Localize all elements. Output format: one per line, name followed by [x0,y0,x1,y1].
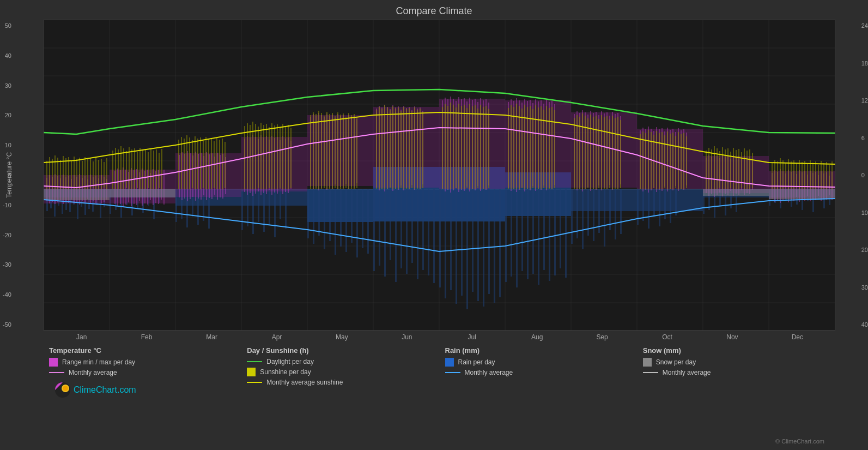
svg-rect-116 [505,189,507,282]
svg-rect-437 [139,148,141,189]
svg-rect-136 [615,189,616,239]
legend-sunshine-per-day: Sunshine per day [247,368,434,376]
svg-rect-598 [727,148,729,189]
svg-rect-468 [255,124,256,189]
svg-rect-590 [706,151,707,189]
svg-rect-73 [252,189,254,234]
svg-rect-554 [574,118,575,189]
legend-sunshine: Day / Sunshine (h) Daylight per day Suns… [241,346,439,388]
svg-rect-142 [659,189,660,226]
svg-rect-534 [485,106,487,189]
svg-rect-86 [340,189,342,247]
svg-rect-608 [772,163,773,189]
svg-rect-578 [656,131,657,189]
svg-rect-564 [601,115,602,189]
svg-rect-535 [488,109,489,188]
svg-rect-565 [604,117,605,189]
y-left-n30: -30 [3,261,11,268]
svg-rect-487 [324,116,325,188]
chart-area: 50 40 30 20 10 0 -10 -20 -30 -40 -50 Tem… [44,20,835,331]
logo-icon-bottom [54,382,71,398]
svg-rect-77 [274,189,276,237]
x-label-sep: Sep [569,333,634,341]
svg-rect-592 [711,149,712,189]
svg-rect-612 [782,160,784,189]
svg-rect-516 [420,109,421,189]
svg-rect-406 [52,159,53,189]
svg-rect-478 [282,124,283,189]
x-label-jan: Jan [49,333,114,341]
svg-rect-527 [466,108,468,188]
svg-rect-419 [87,159,88,189]
x-label-dec: Dec [765,333,830,341]
x-label-may: May [309,333,374,341]
svg-rect-641 [445,358,454,367]
svg-rect-607 [752,153,753,188]
svg-rect-618 [799,160,800,189]
svg-rect-87 [345,189,347,252]
svg-rect-525 [461,106,462,189]
svg-rect-482 [310,115,311,189]
svg-rect-465 [247,123,248,189]
svg-rect-476 [277,124,278,189]
svg-rect-91 [367,189,369,254]
svg-rect-574 [645,133,646,189]
y-left-30: 30 [5,82,11,89]
svg-rect-72 [247,189,248,226]
legend-rain: Rain (mm) Rain per day Monthly average [440,346,638,388]
x-label-nov: Nov [700,333,764,341]
svg-rect-445 [161,149,162,189]
svg-rect-625 [818,165,819,188]
legend-snow: Snow (mm) Snow per day Monthly average [638,346,835,388]
svg-rect-446 [178,140,179,189]
svg-rect-439 [145,149,146,189]
svg-rect-562 [596,116,597,189]
svg-rect-498 [354,114,355,189]
svg-rect-514 [414,107,415,189]
rain-swatch [445,358,454,367]
svg-rect-630 [831,161,833,189]
svg-point-5 [63,386,68,391]
svg-rect-81 [313,189,314,244]
svg-rect-132 [593,189,594,241]
svg-rect-585 [675,136,676,188]
svg-rect-593 [714,146,715,189]
x-label-aug: Aug [505,333,569,341]
svg-rect-541 [521,109,523,188]
chart-svg [44,20,835,331]
svg-rect-509 [400,111,402,188]
legend-sunshine-avg-label: Monthly average sunshine [266,379,343,386]
svg-rect-492 [337,112,338,189]
x-label-feb: Feb [114,333,179,341]
svg-rect-472 [266,124,267,189]
svg-rect-434 [131,149,132,189]
svg-rect-580 [661,132,663,189]
svg-rect-610 [777,161,778,189]
svg-rect-636 [49,358,58,367]
x-axis: Jan Feb Mar Apr May Jun Jul Aug Sep Oct … [44,333,835,341]
svg-rect-615 [791,161,792,189]
svg-rect-632 [110,189,175,197]
svg-rect-463 [224,142,226,188]
svg-rect-579 [659,133,660,189]
legend-temperature-title: Temperature °C [49,346,236,355]
daylight-line-icon [247,361,262,363]
svg-rect-431 [123,148,124,189]
svg-rect-76 [269,189,270,225]
svg-rect-529 [472,106,473,189]
svg-rect-144 [670,189,671,223]
svg-rect-523 [456,107,457,188]
legend-snow-avg: Monthly average [643,369,830,376]
y-right-6: 6 [861,135,865,141]
svg-rect-582 [667,131,668,189]
svg-rect-480 [288,125,289,189]
svg-rect-454 [200,137,201,189]
svg-rect-102 [428,189,429,275]
svg-rect-518 [442,107,443,189]
svg-rect-510 [403,107,404,189]
rain-avg-line-icon [445,371,460,374]
svg-rect-621 [807,164,808,188]
svg-rect-125 [554,189,556,275]
svg-rect-552 [551,107,553,189]
svg-rect-85 [335,189,336,255]
